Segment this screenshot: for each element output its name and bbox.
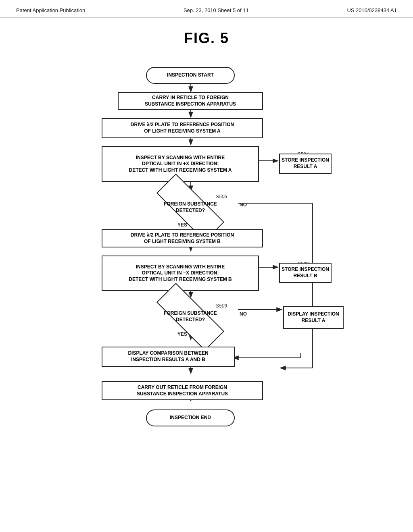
header-right: US 2010/0238434 A1: [347, 7, 397, 13]
s504-node: STORE INSPECTION RESULT A: [279, 154, 332, 174]
s505-step-label: S505: [216, 194, 227, 200]
header-center: Sep. 23, 2010 Sheet 5 of 11: [184, 7, 249, 13]
s502-node: DRIVE λ/2 PLATE TO REFERENCE POSITION OF…: [102, 118, 263, 138]
s510-node: DISPLAY INSPECTION RESULT A: [283, 306, 344, 329]
end-node: INSPECTION END: [146, 409, 235, 426]
s509-node: FOREIGN SUBSTANCE DETECTED?: [156, 283, 224, 351]
s503-node: INSPECT BY SCANNING WITH ENTIRE OPTICAL …: [102, 146, 259, 182]
header-left: Patent Application Publication: [16, 7, 85, 13]
s509-no-label: NO: [240, 311, 247, 317]
s509-yes-label: YES: [177, 331, 187, 337]
flowchart-diagram: INSPECTION START S501 CARRY IN RETICLE T…: [65, 59, 348, 502]
figure-title: FIG. 5: [0, 30, 413, 47]
s505-no-label: NO: [240, 202, 247, 208]
s511-node: DISPLAY COMPARISON BETWEEN INSPECTION RE…: [102, 347, 235, 367]
s505-yes-label: YES: [177, 222, 187, 228]
s507-node: INSPECT BY SCANNING WITH ENTIRE OPTICAL …: [102, 256, 259, 291]
page-header: Patent Application Publication Sep. 23, …: [0, 0, 413, 18]
s506-node: DRIVE λ/2 PLATE TO REFERENCE POSITION OF…: [102, 229, 263, 247]
s508-node: STORE INSPECTION RESULT B: [279, 263, 332, 283]
start-node: INSPECTION START: [146, 67, 235, 84]
s509-step-label: S509: [216, 303, 227, 309]
s512-node: CARRY OUT RETICLE FROM FOREIGN SUBSTANCE…: [102, 381, 263, 400]
s501-node: CARRY IN RETICLE TO FOREIGN SUBSTANCE IN…: [118, 92, 263, 110]
